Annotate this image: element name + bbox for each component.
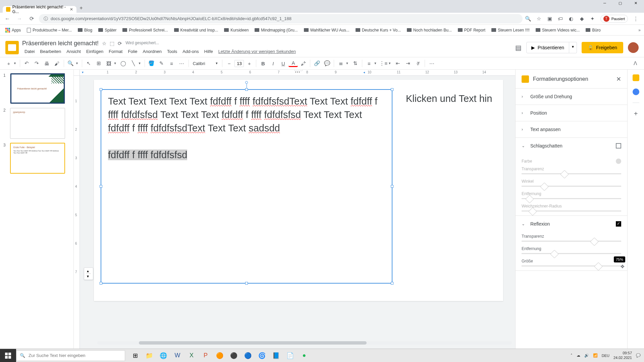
resize-handle[interactable] (245, 88, 248, 91)
bookmark-item[interactable]: Professionell Schrei... (120, 26, 170, 34)
border-dash-button[interactable]: ⋯ (177, 59, 186, 68)
highlight-button[interactable]: 🖍 (299, 59, 308, 68)
bookmark-item[interactable]: Büro (584, 26, 602, 34)
extension-icon[interactable]: ◆ (579, 16, 585, 22)
more-tools-button[interactable]: ⋯ (427, 59, 436, 68)
shadow-blur-slider[interactable] (522, 210, 621, 212)
reflection-distance-slider[interactable] (522, 253, 621, 254)
url-field[interactable]: ⓘ docs.google.com/presentation/d/1yV372S… (39, 14, 523, 23)
app-icon[interactable]: 🟠 (213, 349, 226, 362)
resize-handle[interactable] (100, 185, 102, 188)
new-slide-dropdown[interactable]: ▼ (13, 62, 16, 65)
border-weight-button[interactable]: ≡ (167, 59, 176, 68)
last-edit-link[interactable]: Letzte Änderung vor wenigen Sekunden (216, 48, 298, 55)
reflection-checkbox[interactable] (616, 221, 621, 227)
word-icon[interactable]: W (171, 349, 184, 362)
menu-insert[interactable]: Einfügen (84, 48, 106, 55)
numbered-list-button[interactable]: ≡ (364, 59, 374, 68)
slide-thumbnail-2[interactable]: ppwnpevnp (10, 108, 65, 139)
edge2-icon[interactable]: 🌀 (255, 349, 269, 362)
nav-forward-button[interactable]: → (15, 14, 24, 23)
document-title[interactable]: Präsentieren leicht gemacht! (22, 40, 99, 47)
menu-view[interactable]: Ansicht (64, 48, 83, 55)
browser-tab-active[interactable]: Präsentieren leicht gemacht! - G... ✕ (3, 6, 76, 13)
textbox-content[interactable]: Text Text Text Text Text fdfdff f ffff f… (101, 90, 392, 166)
chrome-menu-icon[interactable]: ⋮ (633, 16, 639, 22)
fontsize-input[interactable] (234, 60, 244, 67)
body-textbox[interactable]: Text Text Text Text Text fdfdff f ffff f… (101, 89, 392, 284)
menu-help[interactable]: Hilfe (202, 48, 215, 55)
bookmark-item[interactable]: Steuern Videos wic... (534, 26, 582, 34)
indent-decrease-button[interactable]: ⇤ (393, 59, 402, 68)
menu-slide[interactable]: Folie (125, 48, 140, 55)
bulleted-list-button[interactable]: ⋮≡ (379, 59, 388, 68)
font-selector[interactable]: Calibri▼ (191, 61, 220, 66)
app2-icon[interactable]: 📘 (269, 349, 283, 362)
print-button[interactable]: 🖶 (42, 59, 52, 68)
bookmarks-overflow-icon[interactable]: » (638, 28, 641, 33)
menu-format[interactable]: Format (106, 48, 125, 55)
menu-addons[interactable]: Add-ons (180, 48, 201, 55)
resize-handle[interactable] (391, 282, 393, 285)
resize-handle[interactable] (100, 88, 102, 91)
powerpoint-icon[interactable]: P (199, 349, 212, 362)
select-tool-button[interactable]: ↖ (84, 59, 94, 68)
fill-color-button[interactable]: 🪣 (147, 59, 156, 68)
tab-close-icon[interactable]: ✕ (70, 7, 73, 12)
bookmark-item[interactable]: Später (96, 26, 118, 34)
section-reflection[interactable]: ⌄Reflexion (516, 216, 627, 232)
notifications-icon[interactable]: 💬 (636, 353, 641, 358)
incognito-icon[interactable]: ◐ (568, 16, 574, 22)
bookmark-item[interactable]: Blog (76, 26, 94, 34)
tasks-icon[interactable] (633, 88, 639, 95)
new-slide-button[interactable]: + (4, 59, 13, 68)
bookmark-item[interactable]: Produktsuche – Mer... (25, 26, 74, 34)
bookmark-item[interactable]: Deutsche Kurs + Vo... (354, 26, 403, 34)
language-indicator[interactable]: DEU (602, 354, 609, 358)
textbox-button[interactable]: ⊞ (94, 59, 104, 68)
shadow-distance-slider[interactable] (522, 198, 621, 199)
zoom-icon[interactable]: 🔍 (525, 16, 531, 22)
account-avatar[interactable] (628, 42, 639, 53)
fontsize-decrease-button[interactable]: − (224, 59, 234, 68)
line-button[interactable]: ╲ (129, 59, 138, 68)
redo-button[interactable]: ↷ (32, 59, 42, 68)
bookmark-item[interactable]: Kreativität und Insp... (172, 26, 220, 34)
new-tab-button[interactable]: + (76, 3, 86, 13)
bookmark-item[interactable]: PDF Report (456, 26, 487, 34)
shadow-transparency-slider[interactable] (522, 173, 621, 174)
menu-file[interactable]: Datei (22, 48, 37, 55)
resize-handle[interactable] (100, 282, 102, 285)
apps-button[interactable]: Apps (3, 26, 23, 34)
canvas-floating-control[interactable]: ▲▼ (84, 267, 93, 280)
bookmark-item[interactable]: Kursideen (222, 26, 251, 34)
close-sidebar-button[interactable]: ✕ (616, 75, 621, 83)
site-info-icon[interactable]: ⓘ (44, 16, 48, 22)
canvas-scrollbar-h[interactable] (97, 341, 512, 345)
reflection-size-slider[interactable] (522, 265, 621, 266)
share-button[interactable]: 🔒 Freigeben (582, 42, 623, 53)
text-color-button[interactable]: A (288, 60, 298, 67)
section-size-rotation[interactable]: ›Größe und Drehung (516, 88, 627, 105)
bold-button[interactable]: B (258, 59, 268, 68)
comments-icon[interactable]: ▤ (515, 44, 522, 52)
nav-reload-button[interactable]: ⟳ (27, 14, 36, 23)
italic-button[interactable]: I (268, 59, 278, 68)
notepad-icon[interactable]: 📄 (283, 349, 297, 362)
excel-icon[interactable]: X (185, 349, 198, 362)
menu-arrange[interactable]: Anordnen (141, 48, 164, 55)
cloud-status-icon[interactable]: ⟳ (118, 41, 122, 47)
border-color-button[interactable]: ✎ (157, 59, 166, 68)
present-dropdown-button[interactable]: ▼ (569, 42, 577, 53)
notes-resize-grip[interactable]: ⋯ (294, 70, 303, 71)
link-button[interactable]: 🔗 (312, 59, 322, 68)
indent-increase-button[interactable]: ⇥ (403, 59, 413, 68)
slide-thumbnail-1[interactable]: Präsentieren leicht gemacht! (10, 73, 65, 104)
second-textbox-placeholder[interactable]: Klicken und Text hin (406, 93, 492, 104)
collapse-toolbar-button[interactable]: ᐱ (631, 59, 640, 68)
volume-icon[interactable]: 🔊 (584, 353, 589, 358)
reader-icon[interactable]: ▣ (547, 16, 553, 22)
bookmark-star-icon[interactable]: ☆ (536, 16, 542, 22)
fontsize-increase-button[interactable]: + (245, 59, 254, 68)
section-position[interactable]: ›Position (516, 105, 627, 121)
